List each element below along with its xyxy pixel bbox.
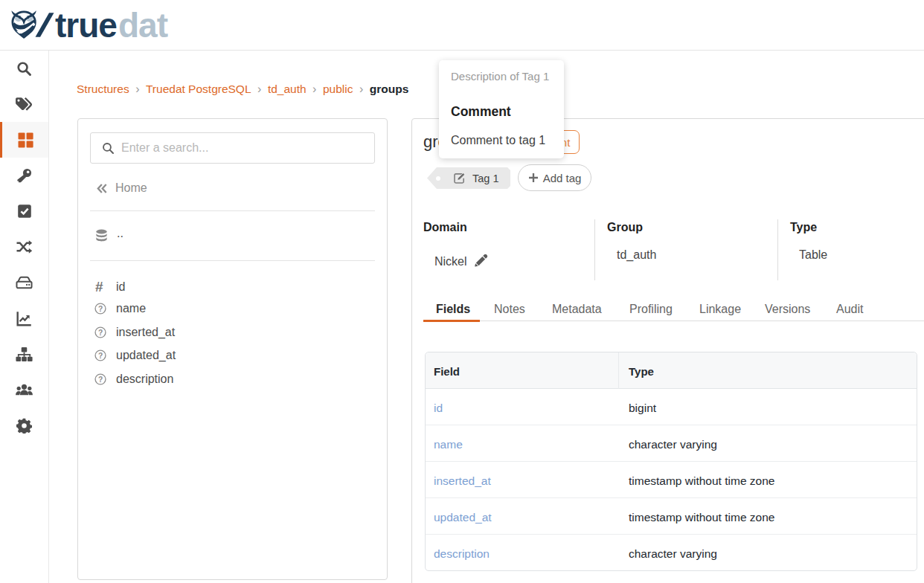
svg-text:?: ? xyxy=(98,352,103,360)
svg-text:dat: dat xyxy=(118,6,168,43)
svg-text:?: ? xyxy=(98,328,103,336)
svg-text:true: true xyxy=(55,6,117,43)
svg-text:?: ? xyxy=(98,375,103,383)
svg-text:?: ? xyxy=(98,305,103,313)
